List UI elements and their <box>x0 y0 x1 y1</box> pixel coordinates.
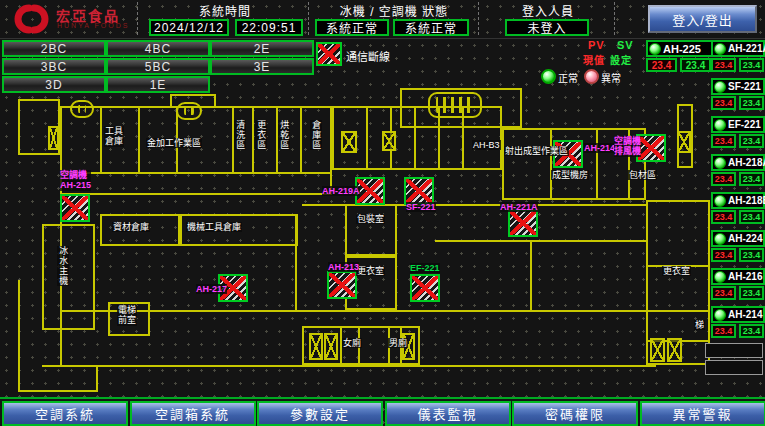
pv-cn-label: 現值 <box>583 52 605 67</box>
unit-name-label: AH-225 <box>663 43 701 55</box>
comm-offline-marker-icon[interactable] <box>327 271 357 299</box>
floor-button-3bc[interactable]: 3BC <box>2 58 106 75</box>
unit-pv-value: 23.4 <box>711 172 736 186</box>
floor-button-2e[interactable]: 2E <box>210 40 314 57</box>
sv-label: SV <box>617 39 634 51</box>
room-label: 資材倉庫 <box>112 222 150 232</box>
unit-pv-value: 23.4 <box>646 58 677 72</box>
wall <box>60 310 646 312</box>
unit-name-label: AH-221A <box>728 43 765 54</box>
login-logout-button[interactable]: 登入/登出 <box>648 5 757 33</box>
unit-button-sf-221[interactable]: SF-221 <box>711 78 765 95</box>
pv-label: PV <box>588 39 605 51</box>
comm-loss-legend-icon <box>316 42 342 66</box>
wall <box>646 310 710 312</box>
unit-button-ef-221[interactable]: EF-221 <box>711 116 765 133</box>
unit-sv-value: 23.4 <box>739 172 764 186</box>
floor-button-3d[interactable]: 3D <box>2 76 106 93</box>
empty-unit-slot <box>705 360 763 375</box>
room-label: 更衣區 <box>255 120 267 150</box>
footer-button-6[interactable]: 異常警報 <box>640 401 765 426</box>
room-label: 倉庫區 <box>310 120 322 150</box>
unit-pv-value: 23.4 <box>711 58 736 72</box>
unit-sv-value: 23.4 <box>739 324 764 338</box>
header-separator <box>308 2 309 35</box>
unit-button-ah-216[interactable]: AH-216 <box>711 268 765 285</box>
wall <box>530 240 532 310</box>
room-label: 梯 <box>694 320 705 330</box>
wall <box>42 365 656 367</box>
unit-button-ah-221a[interactable]: AH-221A <box>711 40 765 57</box>
wall <box>18 390 98 392</box>
room-label: 冰水主機 <box>57 246 69 286</box>
unit-pv-value: 23.4 <box>711 134 736 148</box>
wall <box>366 106 368 170</box>
chiller-status-value: 系統正常 <box>315 19 389 36</box>
unit-sv-value: 23.4 <box>739 96 764 110</box>
room-label: 包裝室 <box>356 214 385 224</box>
footer-button-2[interactable]: 空調箱系統 <box>130 401 256 426</box>
device-label: AH-219A <box>322 186 360 196</box>
footer-button-5[interactable]: 密碼權限 <box>512 401 638 426</box>
wall <box>550 128 552 200</box>
floor-button-1e[interactable]: 1E <box>106 76 210 93</box>
unit-sv-value: 23.4 <box>739 248 764 262</box>
system-time-value: 22:09:51 <box>235 19 303 36</box>
wall <box>138 106 140 172</box>
room-label: 清洗區 <box>234 120 246 150</box>
wall <box>96 365 98 392</box>
room-label: 電梯 前室 <box>117 305 137 326</box>
wall <box>252 106 254 172</box>
device-label: AH-213 <box>328 262 359 272</box>
comm-offline-marker-icon[interactable] <box>60 194 90 222</box>
unit-name-label: AH-218A <box>728 157 765 168</box>
device-label: AH-214 <box>584 143 615 153</box>
footer-button-1[interactable]: 空調系統 <box>2 401 128 426</box>
unit-button-ah-225[interactable]: AH-225 <box>646 40 713 57</box>
system-time-label: 系統時間 <box>150 2 300 19</box>
login-status-value: 未登入 <box>505 19 589 36</box>
elevator-shaft-icon <box>341 131 357 153</box>
comm-offline-marker-icon[interactable] <box>404 177 434 205</box>
abnormal-label: 異常 <box>601 70 621 85</box>
elevator-shaft-icon <box>650 338 665 362</box>
header-separator <box>614 2 615 35</box>
unit-name-label: AH-216 <box>728 271 762 282</box>
room-label: 機械工具倉庫 <box>186 222 242 232</box>
hunya-logo-icon <box>8 2 54 36</box>
unit-run-lamp-icon <box>714 271 726 283</box>
wall <box>60 106 62 365</box>
room-label: 女廁 <box>342 338 362 348</box>
unit-button-ah-224[interactable]: AH-224 <box>711 230 765 247</box>
floor-button-4bc[interactable]: 4BC <box>106 40 210 57</box>
floor-button-3e[interactable]: 3E <box>210 58 314 75</box>
floor-button-5bc[interactable]: 5BC <box>106 58 210 75</box>
unit-name-label: AH-214 <box>728 309 762 320</box>
unit-pv-value: 23.4 <box>711 286 736 300</box>
elevator-shaft-icon <box>677 131 691 153</box>
unit-sv-value: 23.4 <box>680 58 711 72</box>
footer-button-4[interactable]: 儀表監視 <box>385 401 511 426</box>
unit-name-label: SF-221 <box>728 81 761 92</box>
unit-sv-value: 23.4 <box>739 286 764 300</box>
unit-name-label: AH-224 <box>728 233 762 244</box>
room-label: 成型機房 <box>551 170 589 180</box>
floor-button-2bc[interactable]: 2BC <box>2 40 106 57</box>
stair-icon <box>176 102 202 120</box>
comm-offline-marker-icon[interactable] <box>410 274 440 302</box>
unit-button-ah-218a[interactable]: AH-218A <box>711 154 765 171</box>
normal-lamp-icon <box>541 69 556 84</box>
unit-run-lamp-icon <box>714 119 726 131</box>
unit-pv-value: 23.4 <box>711 248 736 262</box>
ahu-status-value: 系統正常 <box>393 19 469 36</box>
unit-run-lamp-icon <box>714 157 726 169</box>
device-label: AH-221A <box>500 202 538 212</box>
unit-run-lamp-icon <box>714 43 726 55</box>
footer-divider <box>0 397 765 399</box>
header-separator <box>137 2 138 35</box>
comm-offline-marker-icon[interactable] <box>508 209 538 237</box>
footer-button-3[interactable]: 參數設定 <box>257 401 383 426</box>
unit-button-ah-218b[interactable]: AH-218B <box>711 192 765 209</box>
unit-button-ah-214[interactable]: AH-214 <box>711 306 765 323</box>
system-date-value: 2024/12/12 <box>149 19 229 36</box>
